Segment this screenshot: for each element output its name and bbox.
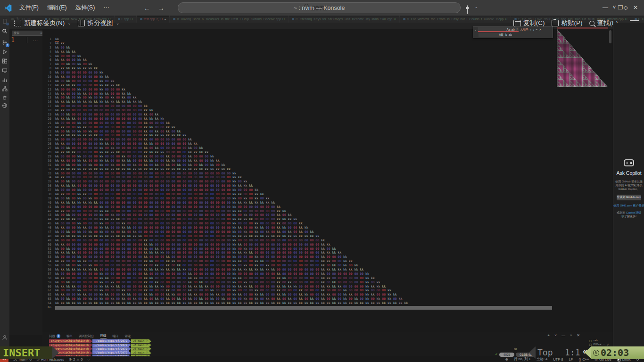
code-token: 00: [94, 125, 98, 129]
code-token: 00: [249, 243, 253, 247]
hand-icon[interactable]: [0, 93, 9, 102]
panel-tab-item[interactable]: 调试控制台: [79, 334, 94, 338]
code-token: 00: [327, 297, 330, 301]
zoom-status-icon[interactable]: ⊖: [505, 357, 508, 362]
terminal-session-item[interactable]: ⚙cppdbg: F: [589, 346, 609, 350]
code-token: 00: [299, 272, 303, 276]
split-view-button[interactable]: 拆分视图⌄: [78, 19, 120, 27]
nav-forward-button[interactable]: →: [154, 4, 168, 12]
nvim-editor-area[interactable]: 1kk2kk kk3kk 00 kk4kk kk kk kk5kk 00 00 …: [42, 23, 613, 335]
remote-explorer-icon[interactable]: [0, 66, 9, 75]
code-token: 00: [77, 285, 81, 288]
testing-chart-icon[interactable]: [0, 76, 9, 84]
code-token: 00: [155, 276, 159, 280]
terminal-session-item[interactable]: ▢zsh: [589, 338, 609, 342]
copilot-chevron-icon[interactable]: ⌄: [475, 5, 478, 9]
menu-item[interactable]: 编辑(E): [43, 4, 71, 12]
code-token: 00: [144, 192, 148, 196]
code-token: 00: [89, 222, 92, 225]
megaphone-icon[interactable]: ◌: [87, 357, 89, 362]
terminal-prompts[interactable]: chiyoyuki@ChiyofukiArch ~/codes/xcpc/cf/…: [49, 339, 151, 359]
maximize-button[interactable]: ◇: [622, 0, 629, 16]
find-in-selection-icon[interactable]: ≡: [536, 28, 538, 31]
ghe-signin-link[interactable]: 使用 GHE.com 帐户登录: [613, 204, 644, 208]
nav-back-button[interactable]: ←: [140, 4, 154, 12]
code-token: 00: [105, 288, 109, 292]
menu-item[interactable]: 选择(S): [71, 4, 99, 12]
sync-icon[interactable]: ↻: [29, 357, 32, 362]
encoding-status[interactable]: UTF-8: [553, 357, 563, 362]
indent-status[interactable]: 空格: 4: [537, 357, 547, 362]
code-token: 00: [172, 217, 175, 221]
panel-tab-active[interactable]: 终端: [100, 334, 107, 338]
panel-tab-item[interactable]: 输出: [66, 334, 73, 338]
code-token: kk: [77, 159, 81, 163]
source-control-icon[interactable]: 1: [0, 38, 9, 47]
code-token: 00: [66, 272, 70, 276]
code-token: 00: [199, 288, 203, 292]
sidebar-more-icon[interactable]: ···: [33, 39, 38, 43]
remote-indicator[interactable]: ><: [0, 356, 8, 362]
replace-all-icon[interactable]: ab: [509, 33, 512, 36]
close-button[interactable]: ✕: [632, 0, 639, 16]
terminal-panel-controls[interactable]: + ˅ — ^ ✕: [547, 333, 582, 337]
walkthrough-link[interactable]: Copilot 演练: [626, 211, 641, 214]
eol-status[interactable]: LF: [569, 357, 573, 362]
new-tab-button[interactable]: 新建标签页(N)⌄: [14, 19, 71, 27]
scrollbar-slider[interactable]: [609, 30, 611, 43]
code-token: kk: [61, 75, 65, 79]
problems-status[interactable]: ⊗ 2 △ 0: [69, 357, 83, 362]
go-live-button[interactable]: ◎ Go Live: [594, 357, 611, 362]
paste-button[interactable]: 粘贴(P): [552, 19, 583, 27]
refresh-status-icon[interactable]: ⟳: [636, 357, 639, 362]
accounts-icon[interactable]: [0, 333, 9, 342]
preserve-case-icon[interactable]: AB: [499, 33, 503, 36]
minimap[interactable]: [557, 29, 609, 88]
globe-icon[interactable]: [0, 101, 9, 110]
run-testcases-button[interactable]: ▷ Run Testcases: [37, 357, 64, 362]
structure-icon[interactable]: [0, 84, 9, 93]
new-tab-chevron-icon[interactable]: ⌄: [67, 21, 71, 25]
find-next-icon[interactable]: ↓: [533, 28, 534, 31]
code-token: 00: [315, 272, 319, 276]
find-toggle-replace-icon[interactable]: ⌄: [474, 28, 477, 31]
find-input[interactable]: Aa ab .*: [478, 27, 519, 32]
github-signin-button[interactable]: 登录到 GitHub.com: [617, 195, 641, 200]
code-token: 00: [111, 239, 115, 242]
code-token: 00: [105, 197, 109, 200]
menu-item[interactable]: 文件(F): [15, 4, 43, 12]
run-debug-icon[interactable]: [0, 48, 9, 56]
code-token: 00: [338, 259, 341, 263]
code-token: 00: [105, 255, 109, 259]
panel-tab-item[interactable]: 评论: [125, 334, 131, 338]
match-case-icon[interactable]: Aa: [507, 28, 511, 31]
git-branch-item[interactable]: ⎇ main* ↻: [13, 357, 32, 362]
menu-item[interactable]: ···: [99, 4, 114, 12]
panel-tab-item[interactable]: 问题2: [49, 334, 60, 338]
minimize-button[interactable]: —: [602, 0, 609, 16]
replace-input[interactable]: AB: [479, 33, 504, 37]
code-token: kk: [99, 79, 103, 83]
split-view-chevron-icon[interactable]: ⌄: [116, 21, 120, 25]
extensions-icon[interactable]: [0, 57, 9, 66]
find-close-icon[interactable]: ✕: [539, 28, 541, 32]
code-token: 00: [144, 230, 148, 234]
replace-one-icon[interactable]: b: [505, 33, 507, 36]
panel-tab-item[interactable]: 端口: [113, 334, 119, 338]
code-token: 00: [127, 175, 131, 179]
settings-gear-icon[interactable]: [0, 348, 9, 357]
regex-icon[interactable]: .*: [516, 28, 518, 31]
code-token: kk: [55, 230, 59, 234]
code-token: 00: [194, 188, 198, 192]
terminal-session-item[interactable]: ▢C/C++: ...✓: [589, 342, 609, 346]
language-status[interactable]: {} C++: [578, 357, 589, 362]
os-status[interactable]: Linux: [617, 357, 631, 362]
cursor-position-status[interactable]: 行 66, 列 1: [514, 357, 531, 362]
find-prev-icon[interactable]: ↑: [530, 28, 531, 31]
code-token: 00: [205, 188, 208, 192]
search-input[interactable]: 搜索 ab: [12, 31, 43, 36]
whole-word-icon[interactable]: ab: [511, 28, 514, 31]
copilot-titlebar-icon[interactable]: [467, 6, 468, 14]
line-number: 22: [44, 125, 51, 130]
code-token: 00: [133, 280, 137, 284]
